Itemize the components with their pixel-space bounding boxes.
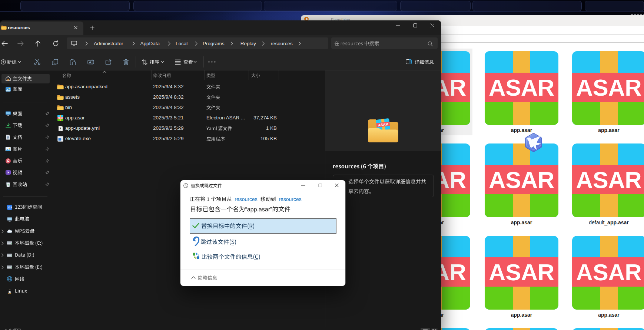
svg-text:123: 123 (7, 206, 12, 209)
